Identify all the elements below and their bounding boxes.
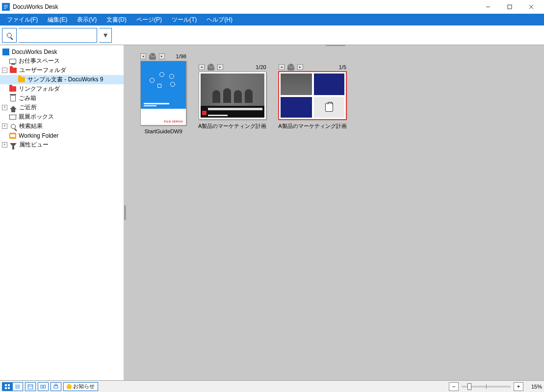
- page-count: 1/5: [339, 64, 346, 70]
- document-label: A製品のマーケティング計画: [278, 122, 346, 130]
- next-page-button[interactable]: ▸: [159, 53, 165, 59]
- next-page-button[interactable]: ▸: [297, 64, 303, 70]
- search-icon: [11, 124, 16, 129]
- tree-sample[interactable]: サンプル文書 - DocuWorks 9: [0, 75, 124, 84]
- svg-rect-6: [8, 384, 10, 386]
- document-tile[interactable]: ◂ ▸ 1/20 A製品のマーケティング計画: [198, 64, 266, 130]
- svg-rect-2: [508, 5, 512, 9]
- trash-icon: [10, 95, 16, 101]
- search-dropdown[interactable]: ▾: [99, 28, 112, 43]
- zoom-controls: − + 15%: [449, 382, 542, 391]
- maximize-button[interactable]: [499, 0, 520, 14]
- svg-rect-12: [28, 385, 33, 389]
- svg-rect-8: [8, 387, 10, 389]
- svg-rect-5: [5, 384, 7, 386]
- svg-rect-14: [41, 385, 43, 388]
- folder-icon: [9, 86, 16, 92]
- menu-view[interactable]: 表示(V): [72, 14, 102, 25]
- prev-page-button[interactable]: ◂: [140, 53, 146, 59]
- document-label: A製品のマーケティング計画: [198, 122, 266, 130]
- content-area[interactable]: ◂ ▸ 1/98 FUJI XEROX StartGuideDW9: [127, 45, 544, 380]
- binder-clip-icon: [207, 64, 215, 71]
- document-thumbnail[interactable]: FUJI XEROX: [140, 61, 186, 125]
- menu-tool[interactable]: ツール(T): [167, 14, 202, 25]
- document-tiles: ◂ ▸ 1/98 FUJI XEROX StartGuideDW9: [127, 45, 544, 142]
- thumbnail-view-button[interactable]: [2, 382, 13, 391]
- inbox-icon: [9, 115, 16, 120]
- binder-clip-icon: [148, 53, 157, 60]
- tile-header: ◂ ▸ 1/98: [140, 53, 186, 60]
- svg-rect-16: [54, 386, 58, 388]
- tree-workingfolder[interactable]: Working Folder: [0, 131, 124, 140]
- horizontal-grip[interactable]: [326, 45, 345, 47]
- zoom-out-button[interactable]: −: [449, 382, 459, 391]
- binder-clip-icon: [286, 64, 295, 71]
- filter-icon: [10, 143, 17, 147]
- home-icon: [10, 106, 17, 109]
- menu-edit[interactable]: 編集(E): [43, 14, 72, 25]
- tile-header: ◂ ▸ 1/20: [199, 64, 266, 71]
- menu-document[interactable]: 文書(D): [102, 14, 131, 25]
- next-page-button[interactable]: ▸: [217, 64, 223, 70]
- zoom-percent: 15%: [526, 384, 542, 390]
- print-button[interactable]: [51, 382, 61, 391]
- folder-tree[interactable]: DocuWorks Desk お仕事スペース − ユーザーフォルダ サンプル文書…: [0, 45, 124, 380]
- menu-file[interactable]: ファイル(F): [2, 14, 43, 25]
- tree-root[interactable]: DocuWorks Desk: [0, 47, 124, 56]
- expand-icon[interactable]: +: [2, 105, 7, 110]
- search-input[interactable]: [19, 28, 97, 43]
- list-view-button[interactable]: [13, 382, 23, 391]
- app-icon: [2, 3, 10, 11]
- tile-header: ◂ ▸ 1/5: [279, 64, 346, 71]
- status-bar: お知らせ − + 15%: [0, 380, 544, 392]
- document-thumbnail[interactable]: [279, 72, 346, 120]
- prev-page-button[interactable]: ◂: [199, 64, 205, 70]
- infobar-button[interactable]: [38, 382, 49, 391]
- folder-icon: [10, 68, 17, 73]
- expand-icon[interactable]: +: [2, 123, 7, 129]
- menu-bar: ファイル(F) 編集(E) 表示(V) 文書(D) ページ(P) ツール(T) …: [0, 14, 544, 25]
- app-root-icon: [2, 49, 9, 55]
- menu-page[interactable]: ページ(P): [131, 14, 167, 25]
- tree-neighborhood[interactable]: + ご近所: [0, 103, 124, 112]
- zoom-in-button[interactable]: +: [514, 382, 523, 391]
- tree-trash[interactable]: ごみ箱: [0, 94, 124, 103]
- pdf-icon: [202, 111, 207, 115]
- tree-workspace[interactable]: お仕事スペース: [0, 56, 124, 66]
- search-button[interactable]: [2, 28, 17, 43]
- svg-rect-7: [5, 387, 7, 389]
- zoom-slider[interactable]: [462, 386, 511, 388]
- document-thumbnail[interactable]: [199, 72, 266, 120]
- workingfolder-icon: [9, 133, 16, 139]
- search-toolbar: ▾: [0, 25, 544, 45]
- svg-rect-15: [44, 385, 46, 388]
- document-label: StartGuideDW9: [144, 128, 182, 134]
- svg-rect-17: [55, 384, 57, 386]
- minimize-button[interactable]: [477, 0, 499, 14]
- tree-linkfolder[interactable]: リンクフォルダ: [0, 84, 124, 94]
- prev-page-button[interactable]: ◂: [279, 64, 285, 70]
- close-button[interactable]: [520, 0, 542, 14]
- desktop-icon: [9, 59, 16, 64]
- title-bar: DocuWorks Desk: [0, 0, 544, 14]
- search-icon: [7, 33, 12, 38]
- calendar-view-button[interactable]: [25, 382, 36, 391]
- window-title: DocuWorks Desk: [13, 3, 58, 10]
- page-count: 1/98: [176, 53, 186, 59]
- tree-inbox[interactable]: 親展ボックス: [0, 112, 124, 122]
- notification-label: お知らせ: [73, 383, 95, 390]
- document-tile[interactable]: ◂ ▸ 1/98 FUJI XEROX StartGuideDW9: [140, 53, 186, 134]
- main-body: DocuWorks Desk お仕事スペース − ユーザーフォルダ サンプル文書…: [0, 45, 544, 380]
- tree-searchresults[interactable]: + 検索結果: [0, 122, 124, 131]
- document-tile[interactable]: ◂ ▸ 1/5 A製品のマーケティング計画: [278, 64, 346, 130]
- bulb-icon: [67, 384, 72, 389]
- view-mode-group: [2, 382, 23, 391]
- notification-button[interactable]: お知らせ: [63, 382, 98, 391]
- collapse-icon[interactable]: −: [2, 68, 7, 73]
- tree-attributeview[interactable]: + 属性ビュー: [0, 140, 124, 149]
- menu-help[interactable]: ヘルプ(H): [202, 14, 237, 25]
- tree-userfolder[interactable]: − ユーザーフォルダ: [0, 66, 124, 75]
- expand-icon[interactable]: +: [2, 142, 7, 147]
- page-count: 1/20: [256, 64, 266, 70]
- folder-icon: [18, 77, 25, 82]
